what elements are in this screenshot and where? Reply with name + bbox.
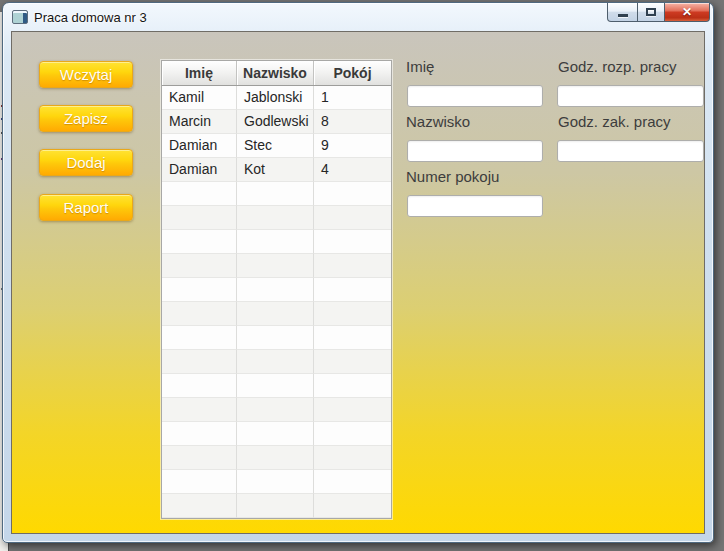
table-cell[interactable] bbox=[237, 470, 314, 494]
table-cell[interactable] bbox=[237, 374, 314, 398]
table-row[interactable] bbox=[162, 278, 391, 302]
table-cell[interactable] bbox=[314, 230, 391, 254]
desktop-background: Praca domowa nr 3 ✕ WczytajZapiszDodajRa… bbox=[0, 0, 724, 551]
table-cell[interactable]: Marcin bbox=[162, 110, 237, 134]
dodaj-button[interactable]: Dodaj bbox=[39, 149, 133, 176]
godz-rozp-input[interactable] bbox=[557, 85, 704, 107]
raport-button[interactable]: Raport bbox=[39, 194, 133, 221]
table-cell[interactable]: 9 bbox=[314, 134, 391, 158]
column-header-3[interactable]: Pokój bbox=[314, 61, 391, 85]
imie-input[interactable] bbox=[407, 85, 543, 107]
table-cell[interactable] bbox=[314, 374, 391, 398]
table-cell[interactable] bbox=[314, 182, 391, 206]
table-cell[interactable] bbox=[162, 278, 237, 302]
table-cell[interactable] bbox=[314, 326, 391, 350]
table-cell[interactable] bbox=[237, 350, 314, 374]
table-cell[interactable]: Damian bbox=[162, 158, 237, 182]
table-cell[interactable]: Kamil bbox=[162, 86, 237, 110]
table-cell[interactable] bbox=[237, 302, 314, 326]
table-cell[interactable] bbox=[162, 422, 237, 446]
table-cell[interactable] bbox=[237, 398, 314, 422]
table-row[interactable] bbox=[162, 326, 391, 350]
table-cell[interactable] bbox=[237, 446, 314, 470]
table-cell[interactable] bbox=[162, 302, 237, 326]
table-cell[interactable] bbox=[162, 326, 237, 350]
table-cell[interactable] bbox=[162, 350, 237, 374]
table-cell[interactable] bbox=[314, 350, 391, 374]
app-icon bbox=[12, 10, 28, 24]
close-button[interactable]: ✕ bbox=[664, 3, 710, 22]
column-header-1[interactable]: Imię bbox=[162, 61, 237, 85]
table-cell[interactable]: 1 bbox=[314, 86, 391, 110]
maximize-button[interactable] bbox=[638, 3, 664, 22]
wczytaj-button[interactable]: Wczytaj bbox=[39, 61, 133, 88]
table-row[interactable] bbox=[162, 446, 391, 470]
table-row[interactable]: KamilJablonski1 bbox=[162, 86, 391, 110]
table-cell[interactable] bbox=[237, 254, 314, 278]
table-cell[interactable] bbox=[314, 446, 391, 470]
titlebar[interactable]: Praca domowa nr 3 ✕ bbox=[3, 3, 713, 31]
close-icon: ✕ bbox=[682, 4, 692, 21]
zapisz-button[interactable]: Zapisz bbox=[39, 105, 133, 132]
table-row[interactable] bbox=[162, 350, 391, 374]
table-cell[interactable] bbox=[162, 446, 237, 470]
table-cell[interactable] bbox=[314, 278, 391, 302]
table-row[interactable] bbox=[162, 302, 391, 326]
table-cell[interactable] bbox=[162, 398, 237, 422]
minimize-button[interactable] bbox=[607, 3, 638, 22]
table-cell[interactable] bbox=[162, 206, 237, 230]
table-cell[interactable] bbox=[237, 422, 314, 446]
table-cell[interactable] bbox=[314, 470, 391, 494]
table-row[interactable]: DamianKot4 bbox=[162, 158, 391, 182]
window-title: Praca domowa nr 3 bbox=[34, 10, 147, 25]
table-cell[interactable] bbox=[162, 254, 237, 278]
table-row[interactable] bbox=[162, 182, 391, 206]
table-cell[interactable]: 4 bbox=[314, 158, 391, 182]
table-cell[interactable] bbox=[237, 278, 314, 302]
table-cell[interactable]: Godlewski bbox=[237, 110, 314, 134]
table-body: KamilJablonski1MarcinGodlewski8DamianSte… bbox=[162, 86, 391, 518]
table-cell[interactable]: 8 bbox=[314, 110, 391, 134]
table-cell[interactable] bbox=[162, 230, 237, 254]
table-cell[interactable] bbox=[162, 182, 237, 206]
table-row[interactable] bbox=[162, 206, 391, 230]
table-row[interactable] bbox=[162, 422, 391, 446]
table-header-row: ImięNazwiskoPokój bbox=[162, 61, 391, 86]
numer-pokoju-input[interactable] bbox=[407, 195, 543, 217]
table-cell[interactable] bbox=[314, 494, 391, 518]
table-cell[interactable] bbox=[314, 398, 391, 422]
table-cell[interactable]: Damian bbox=[162, 134, 237, 158]
table-cell[interactable] bbox=[314, 254, 391, 278]
table-row[interactable]: MarcinGodlewski8 bbox=[162, 110, 391, 134]
table-cell[interactable] bbox=[237, 206, 314, 230]
numer-pokoju-label: Numer pokoju bbox=[406, 168, 499, 185]
table-cell[interactable] bbox=[162, 494, 237, 518]
table-cell[interactable] bbox=[314, 206, 391, 230]
table-row[interactable]: DamianStec9 bbox=[162, 134, 391, 158]
table-cell[interactable]: Kot bbox=[237, 158, 314, 182]
table-row[interactable] bbox=[162, 398, 391, 422]
column-header-2[interactable]: Nazwisko bbox=[237, 61, 314, 85]
table-row[interactable] bbox=[162, 494, 391, 518]
table-row[interactable] bbox=[162, 254, 391, 278]
table-cell[interactable] bbox=[237, 494, 314, 518]
table-cell[interactable]: Stec bbox=[237, 134, 314, 158]
table-row[interactable] bbox=[162, 374, 391, 398]
godz-zak-label: Godz. zak. pracy bbox=[558, 113, 671, 130]
imie-label: Imię bbox=[406, 58, 434, 75]
minimize-icon bbox=[618, 14, 628, 17]
table-cell[interactable] bbox=[162, 470, 237, 494]
table-row[interactable] bbox=[162, 470, 391, 494]
table-cell[interactable] bbox=[237, 230, 314, 254]
table-cell[interactable]: Jablonski bbox=[237, 86, 314, 110]
client-area: WczytajZapiszDodajRaport ImięNazwiskoPok… bbox=[11, 31, 705, 534]
app-window: Praca domowa nr 3 ✕ WczytajZapiszDodajRa… bbox=[2, 2, 714, 543]
godz-zak-input[interactable] bbox=[557, 140, 704, 162]
table-cell[interactable] bbox=[314, 302, 391, 326]
nazwisko-input[interactable] bbox=[407, 140, 543, 162]
table-cell[interactable] bbox=[237, 182, 314, 206]
table-cell[interactable] bbox=[162, 374, 237, 398]
table-cell[interactable] bbox=[314, 422, 391, 446]
table-cell[interactable] bbox=[237, 326, 314, 350]
table-row[interactable] bbox=[162, 230, 391, 254]
